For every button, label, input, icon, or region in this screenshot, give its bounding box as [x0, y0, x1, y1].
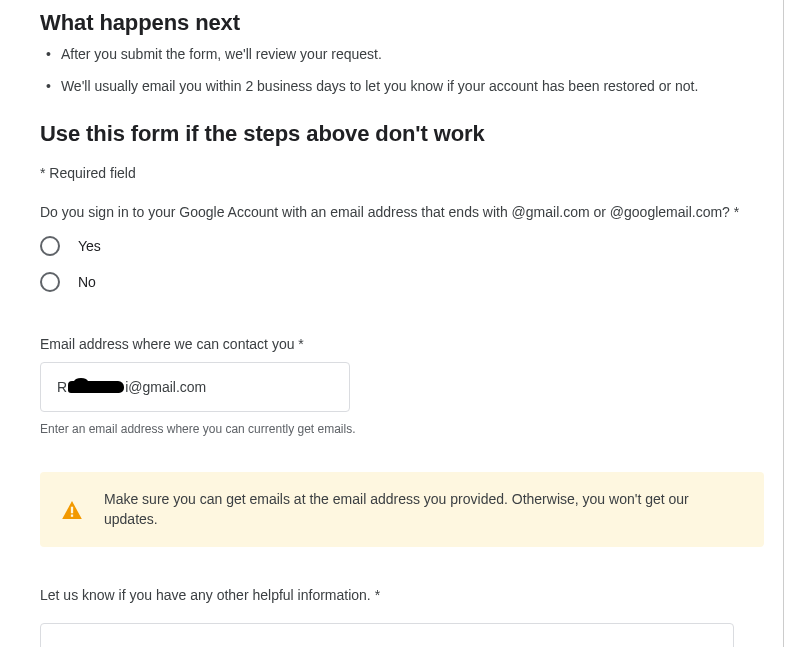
svg-rect-1 [71, 514, 73, 516]
more-info-label: Let us know if you have any other helpfu… [40, 587, 764, 603]
radio-yes[interactable] [40, 236, 60, 256]
section-heading-next: What happens next [40, 10, 764, 36]
more-info-textarea[interactable] [40, 623, 734, 647]
radio-no[interactable] [40, 272, 60, 292]
email-value-wrap: R i@gmail.com [57, 379, 206, 395]
form-heading: Use this form if the steps above don't w… [40, 121, 764, 147]
radio-row-yes: Yes [40, 236, 764, 256]
warning-notice-text: Make sure you can get emails at the emai… [104, 490, 742, 529]
gmail-account-radio-group: Yes No [40, 236, 764, 292]
email-redacted-suffix: i@gmail.com [125, 379, 206, 395]
bullet-text: After you submit the form, we'll review … [61, 44, 382, 64]
intro-bullet-item: After you submit the form, we'll review … [46, 44, 764, 64]
svg-rect-0 [71, 507, 73, 514]
bullet-text: We'll usually email you within 2 busines… [61, 76, 698, 96]
required-field-note: * Required field [40, 165, 764, 181]
warning-triangle-icon [62, 501, 82, 519]
intro-bullet-list: After you submit the form, we'll review … [40, 44, 764, 97]
right-divider [783, 0, 784, 647]
gmail-account-question-label: Do you sign in to your Google Account wi… [40, 203, 764, 223]
contact-email-label: Email address where we can contact you * [40, 336, 764, 352]
contact-email-input[interactable]: R i@gmail.com [40, 362, 350, 412]
radio-no-label: No [78, 274, 96, 290]
email-warning-notice: Make sure you can get emails at the emai… [40, 472, 764, 547]
redaction-mark [68, 381, 124, 393]
email-redacted-prefix: R [57, 379, 67, 395]
more-info-block: Let us know if you have any other helpfu… [40, 587, 764, 647]
radio-row-no: No [40, 272, 764, 292]
contact-email-block: Email address where we can contact you *… [40, 336, 764, 436]
contact-email-helper: Enter an email address where you can cur… [40, 422, 764, 436]
radio-yes-label: Yes [78, 238, 101, 254]
intro-bullet-item: We'll usually email you within 2 busines… [46, 76, 764, 96]
